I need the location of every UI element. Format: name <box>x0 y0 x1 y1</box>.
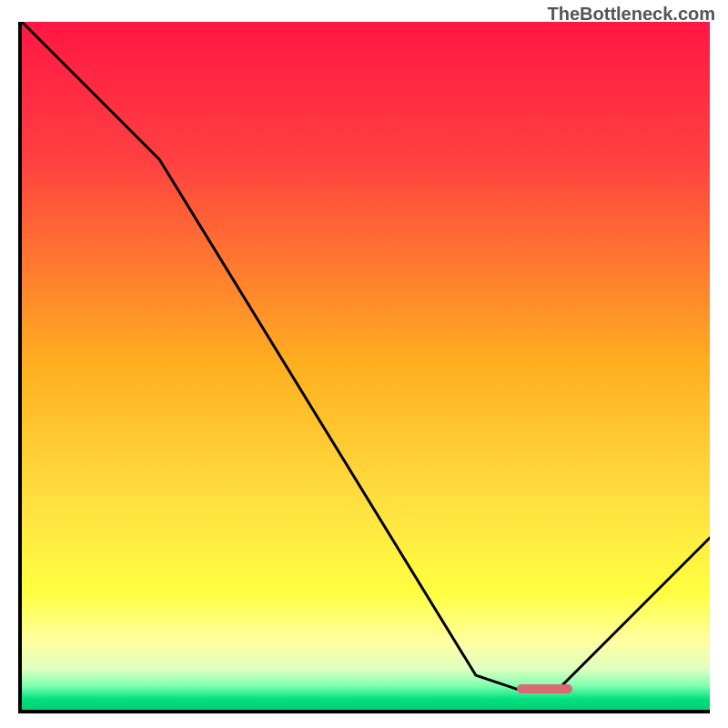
chart-container: TheBottleneck.com <box>0 0 728 728</box>
plot-area <box>18 22 710 713</box>
optimal-range-marker <box>517 684 571 693</box>
bottleneck-curve <box>22 22 710 710</box>
